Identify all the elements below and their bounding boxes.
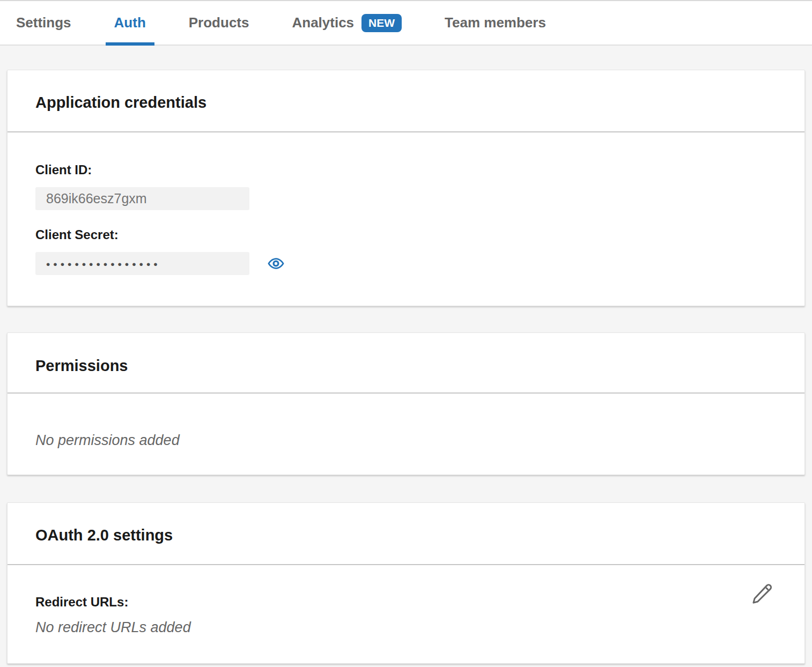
tab-auth-label: Auth [114,14,146,31]
pencil-icon [751,582,773,605]
oauth-settings-card: OAuth 2.0 settings Redirect URLs: No red… [7,502,805,664]
tab-analytics[interactable]: Analytics NEW [283,1,410,45]
eye-icon [267,255,285,272]
application-credentials-body: Client ID: 869ik66esz7gxm Client Secret:… [8,132,804,306]
permissions-title: Permissions [35,357,777,374]
oauth-settings-body: Redirect URLs: No redirect URLs added [8,565,804,663]
edit-redirect-urls-button[interactable] [750,581,774,606]
permissions-body: No permissions added [8,394,804,475]
permissions-empty-text: No permissions added [35,432,777,449]
redirect-urls-empty-text: No redirect URLs added [35,619,777,636]
tab-analytics-label: Analytics [292,14,354,31]
permissions-card: Permissions No permissions added [7,332,805,475]
application-credentials-card: Application credentials Client ID: 869ik… [7,70,805,306]
tab-team-members[interactable]: Team members [436,1,555,45]
tab-team-members-label: Team members [445,14,546,31]
client-secret-masked-value: •••••••••••••••• [46,257,161,270]
application-credentials-header: Application credentials [8,70,804,132]
client-id-value: 869ik66esz7gxm [46,191,147,206]
tab-settings-label: Settings [16,14,71,31]
tab-settings[interactable]: Settings [8,1,80,45]
auth-tab-content: Application credentials Client ID: 869ik… [0,46,812,664]
client-id-label: Client ID: [35,162,777,177]
active-tab-indicator [106,42,154,46]
oauth-settings-title: OAuth 2.0 settings [35,527,777,544]
oauth-settings-header: OAuth 2.0 settings [8,503,804,565]
redirect-urls-label: Redirect URLs: [35,595,777,610]
client-secret-row: •••••••••••••••• [35,252,777,275]
reveal-secret-button[interactable] [267,255,285,272]
tab-products[interactable]: Products [180,1,258,45]
application-credentials-title: Application credentials [35,94,777,111]
tab-auth[interactable]: Auth [106,1,154,45]
app-tab-bar: Settings Auth Products Analytics NEW Tea… [0,0,812,46]
client-id-field: 869ik66esz7gxm [35,187,249,210]
permissions-header: Permissions [8,333,804,394]
tab-products-label: Products [189,14,249,31]
new-badge: NEW [361,14,402,32]
client-secret-label: Client Secret: [35,227,777,242]
client-secret-field: •••••••••••••••• [35,252,249,275]
